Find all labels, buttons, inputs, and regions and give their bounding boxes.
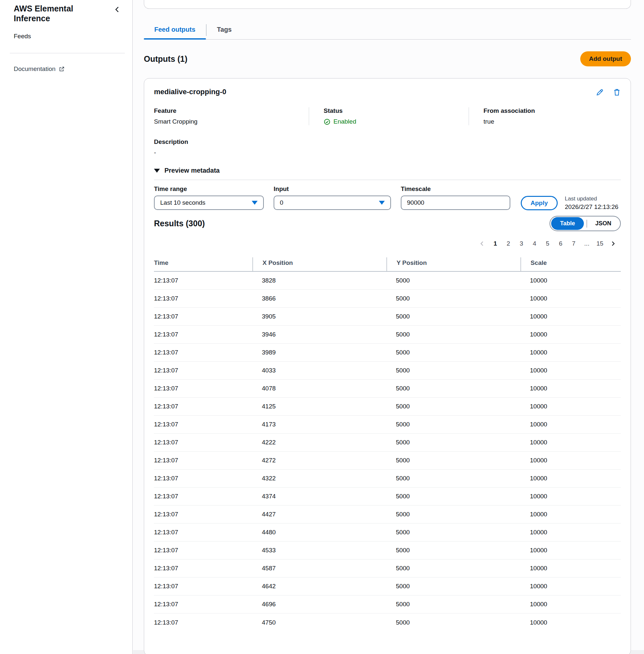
cell-x-position: 4480	[252, 529, 386, 536]
page-button[interactable]: 15	[595, 239, 605, 249]
sidebar-documentation-link[interactable]: Documentation	[14, 65, 65, 73]
table-row: 12:13:074750500010000	[154, 613, 621, 631]
table-body: 12:13:07382850001000012:13:0738665000100…	[154, 272, 621, 631]
documentation-link-label: Documentation	[14, 65, 55, 73]
table-row: 12:13:074222500010000	[154, 434, 621, 452]
cell-scale: 10000	[521, 421, 621, 428]
cell-x-position: 3828	[252, 277, 386, 284]
table-row: 12:13:074033500010000	[154, 362, 621, 380]
feature-label: Feature	[154, 107, 308, 114]
cell-y-position: 5000	[386, 385, 521, 392]
pagination-next-button[interactable]	[608, 239, 618, 249]
table-row: 12:13:073946500010000	[154, 326, 621, 344]
cell-x-position: 3946	[252, 331, 386, 338]
sidebar-collapse-button[interactable]	[112, 5, 122, 15]
cell-scale: 10000	[521, 583, 621, 590]
delete-icon[interactable]	[613, 88, 621, 96]
cell-time: 12:13:07	[154, 601, 252, 608]
view-toggle-table[interactable]: Table	[551, 217, 584, 230]
section-divider	[154, 180, 621, 180]
page-button[interactable]: 3	[516, 239, 527, 249]
table-row: 12:13:073866500010000	[154, 290, 621, 308]
sidebar-item-feeds[interactable]: Feeds	[14, 33, 31, 40]
input-label: Input	[274, 185, 391, 193]
cell-x-position: 4533	[252, 547, 386, 554]
from-association-value: true	[483, 118, 621, 125]
cell-x-position: 4078	[252, 385, 386, 392]
cell-time: 12:13:07	[154, 403, 252, 410]
preview-metadata-label: Preview metadata	[164, 167, 220, 174]
cell-x-position: 3866	[252, 295, 386, 302]
main-content: Feed outputs Tags Outputs (1) Add output…	[133, 0, 644, 654]
page-button[interactable]: 6	[555, 239, 566, 249]
description-label: Description	[154, 138, 621, 145]
tab-tags[interactable]: Tags	[207, 22, 242, 39]
add-output-button[interactable]: Add output	[580, 51, 631, 66]
cell-y-position: 5000	[386, 439, 521, 446]
table-row: 12:13:074642500010000	[154, 578, 621, 595]
page-button[interactable]: 4	[529, 239, 540, 249]
output-card-title: medialive-cropping-0	[154, 88, 226, 96]
results-table: Time X Position Y Position Scale 12:13:0…	[154, 257, 621, 631]
preview-controls: Time range Last 10 seconds Input 0 Times…	[154, 185, 621, 210]
page-button[interactable]: 7	[569, 239, 579, 249]
cell-x-position: 4033	[252, 367, 386, 374]
cell-time: 12:13:07	[154, 457, 252, 464]
cell-x-position: 4642	[252, 583, 386, 590]
pagination-ellipsis: ...	[581, 239, 592, 249]
cell-time: 12:13:07	[154, 619, 252, 626]
view-toggle-json[interactable]: JSON	[588, 220, 619, 227]
pagination-prev-button[interactable]	[477, 239, 487, 249]
from-association-label: From association	[483, 107, 621, 114]
cell-scale: 10000	[521, 403, 621, 410]
cell-scale: 10000	[521, 475, 621, 482]
last-updated: Last updated 2026/2/27 12:13:26	[565, 196, 619, 210]
cell-time: 12:13:07	[154, 565, 252, 572]
status-label: Status	[324, 107, 468, 114]
time-range-select[interactable]: Last 10 seconds	[154, 196, 264, 210]
preview-metadata-expander[interactable]: Preview metadata	[154, 167, 621, 174]
edit-icon[interactable]	[596, 88, 604, 96]
cell-y-position: 5000	[386, 565, 521, 572]
cell-time: 12:13:07	[154, 385, 252, 392]
table-row: 12:13:074533500010000	[154, 542, 621, 560]
column-header-time: Time	[154, 257, 252, 271]
table-header: Time X Position Y Position Scale	[154, 257, 621, 272]
tab-bar: Feed outputs Tags	[144, 22, 631, 40]
table-row: 12:13:073905500010000	[154, 308, 621, 326]
cell-x-position: 4696	[252, 601, 386, 608]
side-navigation: AWS Elemental Inference Feeds Documentat…	[0, 0, 133, 654]
cell-x-position: 4125	[252, 403, 386, 410]
status-badge: Enabled	[324, 118, 468, 125]
view-toggle: Table JSON	[550, 216, 621, 231]
cell-y-position: 5000	[386, 493, 521, 500]
page-title: Outputs (1)	[144, 54, 187, 64]
page-button[interactable]: 5	[542, 239, 553, 249]
cell-y-position: 5000	[386, 583, 521, 590]
timescale-label: Timescale	[401, 185, 510, 193]
timescale-input[interactable]: 90000	[401, 196, 510, 210]
input-select[interactable]: 0	[274, 196, 391, 210]
table-row: 12:13:074696500010000	[154, 595, 621, 613]
cell-x-position: 3905	[252, 313, 386, 320]
results-title: Results (300)	[154, 219, 205, 228]
page-button[interactable]: 1	[490, 239, 501, 249]
cell-y-position: 5000	[386, 295, 521, 302]
cell-x-position: 4173	[252, 421, 386, 428]
apply-button[interactable]: Apply	[521, 196, 558, 210]
external-link-icon	[59, 66, 65, 72]
cell-time: 12:13:07	[154, 313, 252, 320]
cell-scale: 10000	[521, 367, 621, 374]
expander-caret-icon	[154, 169, 160, 173]
tab-feed-outputs[interactable]: Feed outputs	[144, 22, 206, 39]
cell-y-position: 5000	[386, 619, 521, 626]
feature-value: Smart Cropping	[154, 118, 308, 125]
cell-y-position: 5000	[386, 601, 521, 608]
status-value: Enabled	[334, 118, 356, 125]
cell-x-position: 4222	[252, 439, 386, 446]
cell-y-position: 5000	[386, 529, 521, 536]
table-row: 12:13:073828500010000	[154, 272, 621, 290]
cell-y-position: 5000	[386, 403, 521, 410]
page-button[interactable]: 2	[503, 239, 513, 249]
cell-x-position: 4322	[252, 475, 386, 482]
